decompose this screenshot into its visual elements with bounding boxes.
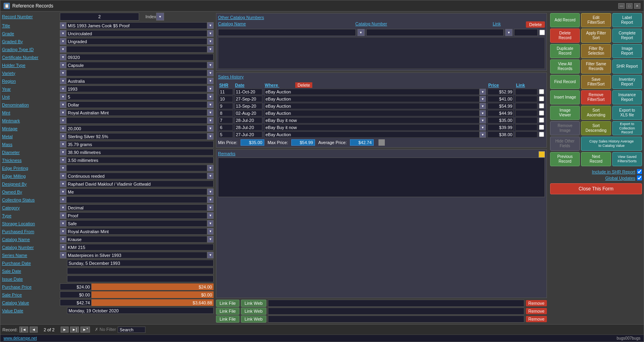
- sort-descending-button[interactable]: Sort Descending: [581, 121, 611, 135]
- diameter-label[interactable]: Diameter: [1, 150, 60, 155]
- unit-input[interactable]: [66, 93, 207, 100]
- mint-label[interactable]: Mint: [1, 110, 60, 115]
- diameter-input[interactable]: [66, 149, 214, 156]
- thickness-combo[interactable]: ▼: [60, 157, 66, 163]
- mintage-dropdown[interactable]: ▼: [207, 125, 214, 132]
- link-input-3[interactable]: [268, 315, 524, 323]
- maximize-button[interactable]: □: [626, 3, 633, 9]
- variety-input[interactable]: [66, 70, 207, 76]
- mass-combo[interactable]: ▼: [60, 141, 66, 148]
- issue-date-label[interactable]: Issue Date: [1, 277, 60, 281]
- denomination-combo[interactable]: ▼: [60, 101, 66, 108]
- edge-milling-input[interactable]: [66, 173, 207, 179]
- sales-delete-button[interactable]: Delete: [295, 82, 313, 88]
- link-input-2[interactable]: [268, 308, 524, 315]
- remarks-yellow-indicator[interactable]: [539, 151, 545, 158]
- graded-by-dropdown[interactable]: ▼: [207, 38, 214, 45]
- series-name-dropdown[interactable]: ▼: [207, 252, 214, 258]
- image-report-button[interactable]: Image Report: [612, 44, 642, 58]
- collecting-status-combo[interactable]: ▼: [60, 196, 66, 203]
- catalog-name-label[interactable]: Catalog Name: [1, 237, 60, 242]
- graded-by-input[interactable]: [66, 38, 207, 45]
- view-all-records-button[interactable]: View All Records: [550, 59, 580, 74]
- grade-dropdown[interactable]: ▼: [207, 30, 214, 37]
- hide-other-fields-button[interactable]: Hide Other Fields: [550, 137, 580, 151]
- sort-ascending-button[interactable]: Sort Ascending: [581, 106, 611, 120]
- region-dropdown[interactable]: ▼: [207, 78, 214, 84]
- edge-milling-dropdown[interactable]: ▼: [207, 173, 214, 179]
- graded-by-label[interactable]: Graded By: [1, 39, 60, 44]
- grade-combo[interactable]: ▼: [60, 30, 66, 37]
- grade-input[interactable]: [66, 30, 207, 37]
- nav-search-input[interactable]: [118, 327, 145, 333]
- series-name-input[interactable]: [66, 252, 207, 258]
- view-saved-filters-button[interactable]: View Saved Filters/Sorts: [612, 152, 642, 166]
- category-dropdown[interactable]: ▼: [207, 204, 214, 211]
- metal-combo[interactable]: ▼: [60, 133, 66, 140]
- region-label[interactable]: Region: [1, 79, 60, 84]
- add-record-button[interactable]: Add Record: [550, 13, 580, 27]
- sale-date-input[interactable]: [67, 268, 214, 274]
- col-date[interactable]: Date: [234, 82, 264, 88]
- diameter-combo[interactable]: ▼: [60, 149, 66, 156]
- nav-last-button[interactable]: ►|: [70, 327, 79, 332]
- nav-next-button[interactable]: ►: [61, 327, 69, 332]
- link-file-btn-1[interactable]: Link File: [216, 300, 239, 307]
- designed-by-input[interactable]: [66, 180, 214, 187]
- catalog-name-input[interactable]: [66, 236, 207, 243]
- link-remove-btn-2[interactable]: Remove: [526, 308, 547, 314]
- denomination-input[interactable]: [66, 101, 207, 108]
- close-button[interactable]: ✕: [634, 3, 640, 9]
- catalog-link-checkbox[interactable]: [539, 30, 545, 35]
- category-input[interactable]: [66, 204, 207, 211]
- col-price[interactable]: Price: [487, 82, 515, 88]
- catalog-number-input[interactable]: [66, 244, 214, 251]
- storage-location-label[interactable]: Storage Location: [1, 221, 60, 226]
- thickness-input[interactable]: [66, 157, 214, 163]
- include-shr-label[interactable]: Include in SHR Report: [592, 169, 635, 174]
- sale-date-label[interactable]: Sale Date: [1, 269, 60, 274]
- nav-new-button[interactable]: ►*: [80, 327, 90, 332]
- link-remove-btn-3[interactable]: Remove: [526, 316, 547, 322]
- value-date-label[interactable]: Value Date: [1, 308, 60, 313]
- nav-first-button[interactable]: |◄: [19, 327, 29, 332]
- edge-printing-combo[interactable]: ▼: [60, 165, 66, 171]
- edge-printing-dropdown[interactable]: ▼: [207, 165, 214, 171]
- type-label[interactable]: Type: [1, 213, 60, 218]
- catalog-link-field[interactable]: [514, 29, 538, 36]
- mintage-input[interactable]: [66, 125, 207, 132]
- mintage-label[interactable]: Mintage: [1, 126, 60, 131]
- category-label[interactable]: Category: [1, 205, 60, 210]
- remove-image-button[interactable]: Remove Image: [550, 121, 580, 135]
- catalog-number-label[interactable]: Catalog Number: [1, 245, 60, 250]
- category-combo[interactable]: ▼: [60, 204, 66, 211]
- mint-dropdown[interactable]: ▼: [207, 109, 214, 116]
- status-left[interactable]: www.delcampe.net: [4, 336, 37, 340]
- holder-type-dropdown[interactable]: ▼: [207, 62, 214, 68]
- mintmark-combo[interactable]: ▼: [60, 117, 66, 124]
- record-number-input[interactable]: [60, 13, 139, 21]
- title-input[interactable]: [66, 22, 207, 29]
- catalog-col-number[interactable]: Catalog Number: [355, 21, 491, 28]
- metal-label[interactable]: Metal: [1, 134, 60, 139]
- col-shr[interactable]: SHR: [218, 82, 234, 88]
- variety-combo[interactable]: ▼: [60, 70, 66, 76]
- edge-printing-input[interactable]: [66, 165, 207, 171]
- designed-by-label[interactable]: Designed By: [1, 182, 60, 186]
- title-label[interactable]: Title: [1, 23, 60, 28]
- type-input[interactable]: [66, 212, 207, 219]
- certificate-label[interactable]: Certificate Number: [1, 55, 60, 60]
- variety-label[interactable]: Variety: [1, 71, 60, 76]
- owned-by-dropdown[interactable]: ▼: [207, 188, 214, 195]
- storage-location-input[interactable]: [66, 220, 207, 227]
- owned-by-input[interactable]: [66, 188, 207, 195]
- thickness-label[interactable]: Thickness: [1, 158, 60, 163]
- inventory-report-button[interactable]: Inventory Report: [612, 75, 642, 89]
- link-file-btn-2[interactable]: Link File: [216, 308, 239, 315]
- col-link[interactable]: Link: [515, 82, 539, 88]
- purchase-date-label[interactable]: Purchase Date: [1, 261, 60, 266]
- catalog-value-input[interactable]: [60, 299, 92, 306]
- export-collection-button[interactable]: Export to Collection Record: [612, 121, 642, 135]
- catalog-number-arrow[interactable]: ▼: [505, 29, 512, 36]
- grading-type-dropdown[interactable]: ▼: [207, 46, 214, 53]
